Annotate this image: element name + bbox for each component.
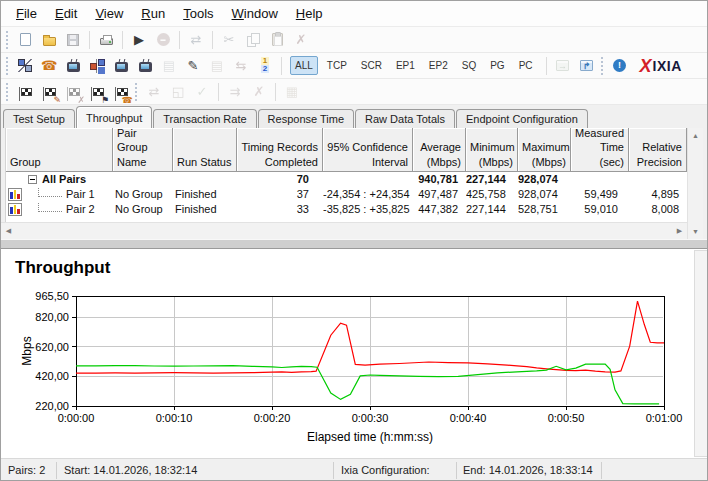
pair-label: Pair 1 xyxy=(66,188,95,200)
add-video-pair-icon[interactable] xyxy=(134,55,156,77)
pair-chart-icon xyxy=(8,188,22,201)
refresh-icon: ⇄ xyxy=(185,29,207,51)
pair-label: Pair 2 xyxy=(66,203,95,215)
col-confidence-interval-header[interactable]: 95% Confidence Interval xyxy=(323,128,413,172)
view-tabs: Test Setup Throughput Transaction Rate R… xyxy=(1,105,707,128)
tab-transaction-rate[interactable]: Transaction Rate xyxy=(153,109,256,128)
menu-run[interactable]: Run xyxy=(132,2,174,25)
col-run-status-header[interactable]: Run Status xyxy=(173,128,237,172)
delete-icon: ✗ xyxy=(290,29,312,51)
svg-text:0:01:00: 0:01:00 xyxy=(646,412,683,424)
pair-verify-icon: ✓ xyxy=(191,81,213,103)
filter-pg-button[interactable]: PG xyxy=(485,56,509,75)
table-row-pair-1[interactable]: Pair 1 No Group Finished 37 -24,354 : +2… xyxy=(6,187,687,202)
scroll-left-icon[interactable]: ◀ xyxy=(1,224,16,239)
throughput-chart: 965,50820,00620,00420,00220,000:00:000:0… xyxy=(1,249,693,458)
filter-ep1-button[interactable]: EP1 xyxy=(391,56,420,75)
menu-view[interactable]: View xyxy=(86,2,132,25)
table-horizontal-scrollbar[interactable]: ◀ ▶ xyxy=(1,222,687,239)
toolbar-separator xyxy=(122,31,123,49)
ixia-logo-x-mark: X xyxy=(640,57,652,75)
standard-toolbar: ▶▬⇄✂✗ xyxy=(1,27,707,53)
export-pairs-icon[interactable]: ↱ xyxy=(576,55,598,77)
table-vertical-scrollbar[interactable]: ▲ ▼ xyxy=(687,128,703,239)
run-voip-icon[interactable]: ☎ xyxy=(110,81,132,103)
toolbar-grip[interactable] xyxy=(601,57,603,75)
scroll-right-icon[interactable]: ▶ xyxy=(672,224,687,239)
status-pairs: Pairs: 2 xyxy=(8,464,45,476)
menu-edit[interactable]: Edit xyxy=(46,2,86,25)
add-hardware-voip-pair-icon[interactable] xyxy=(110,55,132,77)
svg-text:0:00:20: 0:00:20 xyxy=(254,412,291,424)
throughput-chart-panel: Throughput 965,50820,00620,00420,00220,0… xyxy=(1,249,708,458)
col-pair-group-name-header[interactable]: Pair Group Name xyxy=(113,128,173,172)
svg-text:0:00:30: 0:00:30 xyxy=(352,412,389,424)
group-pairs-icon: ▦ xyxy=(281,81,303,103)
column-filter-bar: ALL TCP SCR EP1 EP2 SQ PG PC xyxy=(288,56,540,75)
filter-sq-button[interactable]: SQ xyxy=(457,56,481,75)
add-hardware-pair-icon[interactable] xyxy=(62,55,84,77)
renumber-pairs-icon[interactable]: 12 xyxy=(254,55,276,77)
table-row-all-pairs[interactable]: All Pairs 70 940,781 227,144 928,074 xyxy=(6,172,687,187)
menu-window[interactable]: Window xyxy=(223,2,287,25)
col-measured-time-header[interactable]: Measured Time (sec) xyxy=(571,128,629,172)
add-multicast-group-icon[interactable] xyxy=(86,55,108,77)
col-relative-precision-header[interactable]: Relative Precision xyxy=(629,128,687,172)
horizontal-splitter[interactable] xyxy=(1,239,708,249)
toolbar-separator xyxy=(179,31,180,49)
filter-tcp-button[interactable]: TCP xyxy=(322,56,352,75)
col-group-header[interactable]: Group xyxy=(6,128,113,172)
run-edit-icon[interactable]: ✎ xyxy=(38,81,60,103)
toolbar-separator xyxy=(218,83,219,101)
print-icon[interactable] xyxy=(95,29,117,51)
col-average-header[interactable]: Average (Mbps) xyxy=(413,128,466,172)
svg-text:0:00:50: 0:00:50 xyxy=(548,412,585,424)
toolbar-grip[interactable] xyxy=(6,57,8,75)
toolbar-separator xyxy=(281,57,282,75)
svg-text:220,00: 220,00 xyxy=(35,400,69,412)
col-timing-records-header[interactable]: Timing Records Completed xyxy=(237,128,323,172)
run-test-icon[interactable]: ▶ xyxy=(128,29,150,51)
tab-test-setup[interactable]: Test Setup xyxy=(3,109,75,128)
col-minimum-header[interactable]: Minimum (Mbps) xyxy=(466,128,518,172)
tab-response-time[interactable]: Response Time xyxy=(258,109,354,128)
swap-endpoints-icon: ⇆ xyxy=(230,55,252,77)
toolbar-separator xyxy=(275,83,276,101)
status-divider xyxy=(333,462,334,479)
new-test-icon[interactable] xyxy=(14,29,36,51)
add-voip-pair-icon[interactable]: ☎ xyxy=(38,55,60,77)
tab-endpoint-configuration[interactable]: Endpoint Configuration xyxy=(456,109,588,128)
menu-tools[interactable]: Tools xyxy=(174,2,222,25)
status-end-time: End: 14.01.2026, 18:33:14 xyxy=(463,464,593,476)
open-test-icon[interactable] xyxy=(38,29,60,51)
collapse-group-icon[interactable] xyxy=(28,175,37,184)
info-icon[interactable]: ! xyxy=(609,55,631,77)
filter-scr-button[interactable]: SCR xyxy=(356,56,387,75)
toolbar-grip[interactable] xyxy=(6,31,8,49)
filter-ep2-button[interactable]: EP2 xyxy=(424,56,453,75)
chart-vertical-scrollbar[interactable] xyxy=(694,250,708,457)
filter-all-button[interactable]: ALL xyxy=(290,56,318,75)
toolbar-grip[interactable] xyxy=(6,83,8,101)
run-toolbar: ✎✗⚑☎⇄◱✓⇉✗▦ xyxy=(1,79,707,105)
menu-file[interactable]: File xyxy=(7,2,46,25)
table-row-pair-2[interactable]: Pair 2 No Group Finished 33 -35,825 : +3… xyxy=(6,202,687,217)
scroll-down-icon[interactable]: ▼ xyxy=(688,224,703,239)
tab-throughput[interactable]: Throughput xyxy=(76,106,152,128)
edit-pair-icon: ▤ xyxy=(158,55,180,77)
filter-pc-button[interactable]: PC xyxy=(514,56,538,75)
menu-help[interactable]: Help xyxy=(287,2,332,25)
col-maximum-header[interactable]: Maximum (Mbps) xyxy=(518,128,571,172)
scroll-up-icon[interactable]: ▲ xyxy=(688,128,703,143)
status-bar: Pairs: 2 Start: 14.01.2026, 18:32:14 Ixi… xyxy=(1,458,708,481)
svg-text:Elapsed time (h:mm:ss): Elapsed time (h:mm:ss) xyxy=(307,430,433,444)
add-pair-icon[interactable] xyxy=(14,55,36,77)
compare-runs-icon[interactable]: ⚑ xyxy=(86,81,108,103)
ixia-logo: X IXIA xyxy=(640,57,682,75)
run-folder-icon[interactable] xyxy=(14,81,36,103)
tab-raw-data-totals[interactable]: Raw Data Totals xyxy=(355,109,455,128)
paste-icon xyxy=(266,29,288,51)
toolbar-grip[interactable] xyxy=(135,83,137,101)
edit-script-icon[interactable]: ✎ xyxy=(182,55,204,77)
status-divider xyxy=(56,462,57,479)
